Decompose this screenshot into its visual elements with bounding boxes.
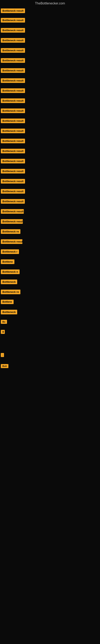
bottleneck-row-26: Bottleneck n [1,270,20,275]
bottleneck-label-8: Bottleneck result [1,88,25,93]
bottleneck-row-16: Bottleneck result [1,169,25,174]
bottleneck-row-17: Bottleneck result [1,179,25,184]
bottleneck-row-13: Bottleneck result [1,139,25,144]
bottleneck-row-31: Bo [1,320,7,324]
bottleneck-label-24: Bottleneck r [1,249,19,254]
bottleneck-label-7: Bottleneck result [1,78,25,83]
bottleneck-label-34: : [1,353,4,357]
bottleneck-label-18: Bottleneck result [1,189,25,194]
bottleneck-row-29: Bottlene [1,300,14,305]
bottleneck-row-11: Bottleneck result [1,118,25,124]
bottleneck-label-6: Bottleneck result [1,68,25,73]
bottleneck-label-26: Bottleneck n [1,270,20,274]
bottleneck-label-12: Bottleneck result [1,128,25,133]
bottleneck-label-15: Bottleneck result [1,159,25,164]
bottleneck-label-4: Bottleneck result [1,48,25,53]
bottleneck-row-0: Bottleneck result [1,8,25,14]
bottleneck-label-28: Bottleneck re [1,290,20,294]
bottleneck-row-23: Bottleneck resul [1,239,22,245]
bottleneck-row-24: Bottleneck r [1,249,19,255]
bottleneck-row-20: Bottleneck result [1,209,24,214]
bottleneck-label-23: Bottleneck resul [1,239,22,244]
bottleneck-label-10: Bottleneck result [1,108,25,113]
bottleneck-label-27: Bottleneck [1,280,17,284]
bottleneck-row-14: Bottleneck result [1,149,25,154]
bottleneck-label-5: Bottleneck result [1,58,25,63]
bottleneck-row-15: Bottleneck result [1,159,25,164]
bottleneck-row-32: B [1,330,5,335]
bottleneck-row-5: Bottleneck result [1,58,25,64]
bottleneck-row-28: Bottleneck re [1,290,20,295]
bottleneck-label-16: Bottleneck result [1,169,25,174]
bottleneck-row-1: Bottleneck result [1,18,25,23]
bottleneck-row-4: Bottleneck result [1,48,25,54]
bottleneck-label-21: Bottleneck result [1,219,23,224]
bottleneck-label-1: Bottleneck result [1,18,25,22]
bottleneck-label-11: Bottleneck result [1,118,25,123]
bottleneck-row-9: Bottleneck result [1,98,25,104]
bottleneck-label-19: Bottleneck result [1,199,25,204]
bottleneck-label-25: Bottlene [1,260,14,264]
bottleneck-label-20: Bottleneck result [1,209,24,214]
bottleneck-label-30: Bottleneck [1,310,17,314]
bottleneck-label-17: Bottleneck result [1,179,25,184]
bottleneck-label-13: Bottleneck result [1,139,25,143]
bottleneck-row-22: Bottleneck re [1,229,20,235]
bottleneck-label-22: Bottleneck re [1,229,20,234]
bottleneck-row-7: Bottleneck result [1,78,25,84]
bottleneck-row-12: Bottleneck result [1,128,25,134]
bottleneck-label-32: B [1,330,5,334]
bottleneck-row-2: Bottleneck result [1,28,25,34]
bottleneck-row-30: Bottleneck [1,310,17,315]
bottleneck-row-3: Bottleneck result [1,38,25,44]
bottleneck-label-0: Bottleneck result [1,8,25,13]
bottleneck-row-8: Bottleneck result [1,88,25,94]
bottleneck-row-19: Bottleneck result [1,199,25,204]
bottleneck-label-2: Bottleneck result [1,28,25,32]
bottleneck-label-29: Bottlene [1,300,14,304]
bottleneck-label-9: Bottleneck result [1,98,25,103]
bottleneck-row-18: Bottleneck result [1,189,25,194]
bottleneck-row-21: Bottleneck result [1,219,23,224]
bottleneck-row-34: : [1,353,4,358]
bottleneck-row-6: Bottleneck result [1,68,25,74]
bottleneck-label-3: Bottleneck result [1,38,25,43]
site-title: TheBottlenecker.com [0,0,100,7]
bottleneck-row-35: Bott [1,364,8,369]
bottleneck-row-10: Bottleneck result [1,108,25,114]
bottleneck-label-31: Bo [1,320,7,324]
bottleneck-label-14: Bottleneck result [1,149,25,153]
bottleneck-label-35: Bott [1,364,8,368]
bottleneck-row-27: Bottleneck [1,280,17,285]
bottleneck-row-25: Bottlene [1,260,14,265]
